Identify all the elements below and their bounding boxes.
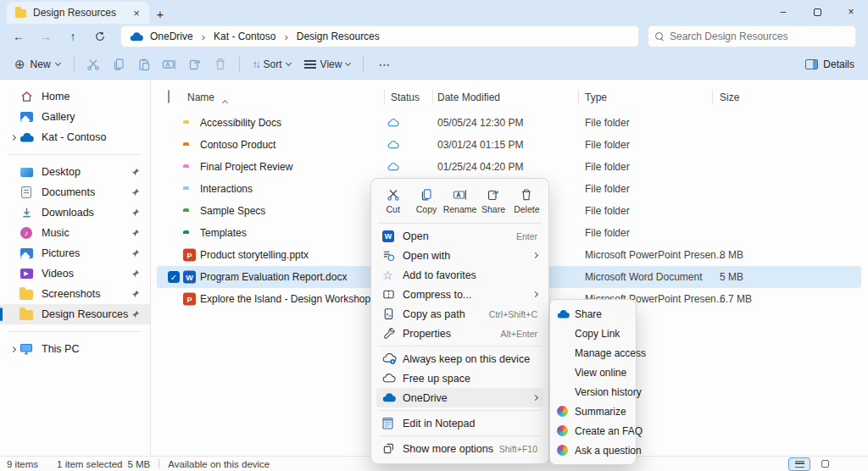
submenu-item-create-an-faq[interactable]: Create an FAQ [554,421,632,441]
pin-icon [131,310,140,319]
column-header-type[interactable]: Type [585,91,607,103]
sidebar-item-kat-contoso[interactable]: Kat - Contoso [0,127,150,147]
sort-button[interactable]: ↑↓ Sort [246,55,298,74]
table-row[interactable]: Contoso Product 03/01/24 01:15 PM File f… [157,134,861,156]
see-more-button[interactable]: ⋯ [370,58,398,71]
sidebar-item-pictures[interactable]: Pictures [0,243,150,263]
sort-icon: ↑↓ [253,58,259,70]
search-box[interactable] [648,25,856,47]
tab-title: Design Resources [33,7,116,19]
column-header-name[interactable]: Name [187,91,214,103]
submenu-chevron-icon [532,291,538,297]
submenu-item-manage-access[interactable]: Manage access [554,343,632,363]
menu-item-properties[interactable]: Properties Alt+Enter [376,324,543,343]
copy-button[interactable] [106,53,131,75]
menu-item-compress-to[interactable]: Compress to... [376,285,543,304]
share-icon [188,58,202,71]
sidebar-item-desktop[interactable]: Desktop [0,162,150,182]
desktop-icon [19,165,34,179]
breadcrumb-onedrive[interactable]: OneDrive [150,30,193,42]
expand-chevron-icon[interactable] [9,346,15,352]
forward-button[interactable]: → [32,25,59,47]
submenu-item-copy-link[interactable]: Copy Link [554,324,632,343]
column-divider[interactable] [384,90,385,105]
tab-folder-icon [15,9,26,18]
menu-item-show-more-options[interactable]: Show more options Shift+F10 [376,439,543,458]
selection-count: 1 item selected [57,459,122,469]
menu-item-open-with[interactable]: Open with [376,246,543,265]
table-row[interactable]: Final Project Review 01/25/24 04:20 PM F… [157,156,861,178]
up-button[interactable]: ↑ [59,25,86,47]
rename-menu-button[interactable]: Rename [443,186,477,217]
explorer-tab[interactable]: Design Resources × [7,2,149,24]
sidebar-item-this-pc[interactable]: This PC [0,339,150,359]
sidebar-item-screenshots[interactable]: Screenshots [0,284,150,304]
details-pane-button[interactable]: Details [798,55,861,74]
cloud-status-icon [387,163,399,171]
large-icons-view-button[interactable] [814,457,836,471]
row-checkbox[interactable]: ✓ [168,271,180,283]
view-button[interactable]: View [298,55,358,74]
submenu-item-share[interactable]: Share [554,304,632,324]
menu-item-always-keep-on-device[interactable]: Always keep on this device [376,349,543,368]
expand-chevron-icon[interactable] [9,134,15,140]
close-button[interactable]: × [834,0,868,24]
delete-menu-button[interactable]: Delete [510,186,543,217]
menu-item-free-up-space[interactable]: Free up space [376,368,543,388]
sidebar-item-gallery[interactable]: Gallery [0,107,150,127]
sidebar-item-label: Desktop [42,166,81,178]
new-tab-button[interactable]: + [149,3,171,24]
share-button[interactable] [182,53,208,75]
rename-button[interactable] [157,53,182,75]
folder-icon [19,287,34,301]
select-all-checkbox[interactable] [168,91,170,103]
share-menu-button[interactable]: Share [476,186,509,217]
menu-item-copy-as-path[interactable]: Copy as path Ctrl+Shift+C [376,304,543,324]
column-divider[interactable] [432,90,433,105]
rename-icon [162,58,176,71]
details-view-button[interactable] [788,457,810,471]
star-icon: ☆ [381,269,403,281]
menu-item-edit-in-notepad[interactable]: Edit in Notepad [376,413,543,433]
refresh-button[interactable] [86,25,114,47]
view-icon [304,60,316,69]
breadcrumb-kat-contoso[interactable]: Kat - Contoso [214,30,275,42]
minimize-button[interactable]: – [766,0,800,24]
pin-icon [131,168,140,176]
submenu-item-version-history[interactable]: Version history [554,382,632,402]
table-row[interactable]: Accessibility Docs 05/05/24 12:30 PM Fil… [157,112,861,134]
back-button[interactable]: ← [5,25,32,47]
sidebar-item-documents[interactable]: Documents [0,182,150,202]
column-header-date-modified[interactable]: Date Modified [437,91,500,103]
menu-item-onedrive[interactable]: OneDrive [376,388,543,407]
submenu-item-summarize[interactable]: Summarize [554,402,632,421]
delete-button[interactable] [208,53,233,75]
sidebar-item-design-resources[interactable]: Design Resources [0,304,150,324]
menu-item-open[interactable]: Open Enter [376,226,543,246]
cut-button[interactable] [81,53,106,75]
submenu-item-view-online[interactable]: View online [554,363,632,382]
cloud-status-icon [387,141,399,149]
menu-item-add-to-favorites[interactable]: ☆ Add to favorites [376,265,543,285]
new-button[interactable]: ⊕ New [7,53,68,75]
maximize-button[interactable] [800,0,834,24]
column-header-size[interactable]: Size [720,91,739,103]
paste-button[interactable] [131,53,157,75]
copy-menu-button[interactable]: Copy [409,186,442,217]
address-bar[interactable]: OneDrive › Kat - Contoso › Design Resour… [120,25,639,47]
search-input[interactable] [670,30,849,42]
home-icon [19,90,34,103]
column-divider[interactable] [712,90,713,105]
sidebar-item-videos[interactable]: ▶ Videos [0,263,150,284]
sidebar-item-music[interactable]: ♪ Music [0,223,150,243]
sidebar-item-home[interactable]: Home [0,86,150,107]
column-header-status[interactable]: Status [391,91,420,103]
cut-menu-button[interactable]: Cut [376,186,409,217]
submenu-item-ask-a-question[interactable]: Ask a question [554,441,632,460]
show-more-icon [381,442,403,455]
tab-close-icon[interactable]: × [129,5,144,20]
breadcrumb-design-resources[interactable]: Design Resources [297,30,380,42]
sidebar-item-downloads[interactable]: Downloads [0,202,150,223]
column-divider[interactable] [578,90,579,105]
chevron-down-icon [286,59,292,65]
